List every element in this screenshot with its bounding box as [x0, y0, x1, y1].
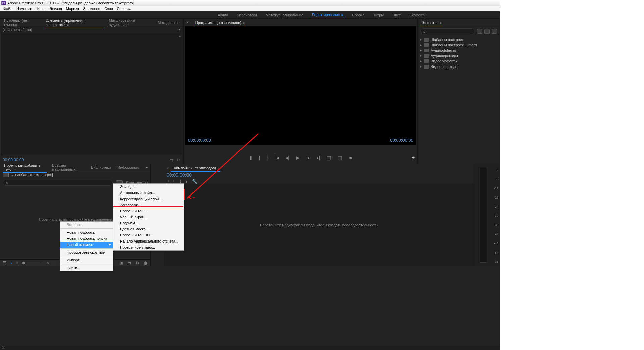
- workspace-titles[interactable]: Титры: [372, 12, 385, 18]
- transfer-icon[interactable]: ⇆: [170, 158, 173, 162]
- tree-item[interactable]: ▸Видеопереходы: [420, 64, 497, 69]
- menu-clip[interactable]: Клип: [35, 7, 48, 11]
- hamburger-icon[interactable]: ≡: [14, 168, 16, 171]
- menu-edit[interactable]: Изменить: [14, 7, 35, 11]
- no-clip-label: (клип не выбран): [3, 28, 32, 32]
- tree-item[interactable]: ▸Аудиопереходы: [420, 53, 497, 58]
- ctx-transparent-video[interactable]: Прозрачное видео...: [113, 244, 184, 250]
- chevron-right-icon: ▸: [420, 38, 422, 41]
- new-item-icon[interactable]: 🗎: [136, 261, 140, 265]
- tree-item[interactable]: ▸Шаблоны настроек: [420, 37, 497, 42]
- tab-info[interactable]: Информация: [116, 164, 142, 170]
- tab-libraries[interactable]: Библиотеки: [90, 164, 112, 170]
- tab-media-browser[interactable]: Браузер медиаданных: [51, 162, 86, 172]
- in-point-icon[interactable]: {: [259, 155, 260, 160]
- menu-marker[interactable]: Маркер: [64, 7, 81, 11]
- menu-sequence[interactable]: Эпизод: [48, 7, 64, 11]
- trash-icon[interactable]: 🗑: [144, 261, 148, 265]
- tab-metadata[interactable]: Метаданные: [156, 19, 181, 26]
- ctx-new-search-bin[interactable]: Новая подборка поиска: [60, 235, 113, 242]
- workspace-effects[interactable]: Эффекты: [408, 12, 428, 18]
- hamburger-icon[interactable]: ≡: [217, 167, 219, 170]
- annotation-highlight: [113, 206, 183, 207]
- ctx-offline-file[interactable]: Автономный файл...: [113, 190, 184, 196]
- ctx-find[interactable]: Найти...: [60, 265, 113, 271]
- ctx-adjustment-layer[interactable]: Корректирующий слой...: [113, 196, 184, 202]
- tab-audio-mixer[interactable]: Микширование аудиоклипа: [108, 17, 153, 28]
- project-search-input[interactable]: [3, 180, 113, 186]
- ctx-new-bin[interactable]: Новая подборка: [60, 229, 113, 235]
- icon-view-icon[interactable]: ▪: [10, 261, 12, 265]
- workspace-assembly[interactable]: Сборка: [351, 12, 366, 18]
- workspace-audio[interactable]: Аудио: [216, 12, 229, 18]
- chevron-right-icon[interactable]: ▸: [179, 27, 181, 32]
- effect-controls-body: ▴: [1, 33, 182, 155]
- list-view-icon[interactable]: ☰: [3, 261, 6, 265]
- play-icon[interactable]: ▶: [296, 155, 300, 160]
- zoom-out-icon[interactable]: ○: [16, 261, 18, 265]
- ctx-black-video[interactable]: Черный экран...: [113, 214, 184, 220]
- ctx-view-hidden[interactable]: Просмотреть скрытые: [60, 249, 113, 255]
- extract-icon[interactable]: ⬚: [338, 155, 342, 160]
- new-bin-icon[interactable]: 🗀: [127, 261, 131, 265]
- menu-help[interactable]: Справка: [115, 7, 133, 11]
- step-back-icon[interactable]: ◂|: [285, 155, 289, 160]
- marker-icon[interactable]: ▮: [249, 155, 252, 160]
- tab-effect-controls[interactable]: Элементы управления эффектами≡: [44, 17, 104, 28]
- workspace-metalogging[interactable]: Метажурналирование: [264, 12, 305, 18]
- ctx-color-matte[interactable]: Цветная маска...: [113, 226, 184, 232]
- menu-file[interactable]: Файл: [1, 7, 14, 11]
- ctx-sequence[interactable]: Эпизод...: [113, 184, 184, 190]
- ctx-import[interactable]: Импорт...: [60, 257, 113, 263]
- close-icon[interactable]: ×: [186, 20, 189, 24]
- program-monitor-panel: × Программа: (нет эпизодов)≡ 00;00;00;00…: [184, 19, 418, 164]
- ctx-bars-tone[interactable]: Полосы и тон...: [113, 208, 184, 214]
- timeline-drop-area[interactable]: Перетащите медиафайлы сюда, чтобы создат…: [164, 184, 475, 266]
- go-to-out-icon[interactable]: ▸|: [317, 155, 320, 160]
- tabs-overflow-icon[interactable]: »: [146, 165, 148, 169]
- workspace-editing[interactable]: Редактирование≡: [311, 12, 344, 18]
- zoom-slider[interactable]: [22, 263, 43, 263]
- filter-32bit-icon[interactable]: [484, 29, 490, 34]
- loop-icon[interactable]: ↻: [177, 158, 180, 162]
- ctx-new-item[interactable]: Новый элемент▶: [60, 242, 113, 248]
- effects-search-input[interactable]: [420, 28, 475, 34]
- tab-timeline[interactable]: Таймлайн: (нет эпизодов)≡: [171, 165, 220, 171]
- menu-title[interactable]: Заголовок: [81, 7, 103, 11]
- go-to-in-icon[interactable]: |◂: [275, 155, 279, 160]
- export-frame-icon[interactable]: ◙: [349, 155, 352, 160]
- hamburger-icon[interactable]: ≡: [243, 21, 245, 25]
- tree-item[interactable]: ▸Видеоэффекты: [420, 58, 497, 64]
- lift-icon[interactable]: ⬚: [327, 155, 331, 160]
- step-forward-icon[interactable]: |▸: [306, 155, 310, 160]
- filter-yuv-icon[interactable]: [492, 29, 497, 34]
- settings-icon[interactable]: 🔧: [192, 179, 197, 184]
- button-editor-icon[interactable]: +: [412, 155, 415, 161]
- workspace-libraries[interactable]: Библиотеки: [235, 12, 258, 18]
- timeline-timecode[interactable]: 00;00;00;00: [164, 172, 475, 178]
- hamburger-icon[interactable]: ≡: [440, 21, 441, 25]
- tab-project[interactable]: Проект: как добавить текст≡: [3, 162, 47, 172]
- filter-accelerated-icon[interactable]: [477, 29, 482, 34]
- tab-program[interactable]: Программа: (нет эпизодов)≡: [194, 19, 246, 26]
- ctx-universal-counting[interactable]: Начало универсального отсчета...: [113, 238, 184, 244]
- ctx-captions[interactable]: Подписи...: [113, 220, 184, 226]
- workspace-color[interactable]: Цвет: [391, 12, 402, 18]
- hamburger-icon[interactable]: ≡: [67, 23, 68, 27]
- timeline-panel: × Таймлайн: (нет эпизодов)≡ 00;00;00;00 …: [164, 164, 475, 266]
- tab-source[interactable]: Источник: (нет клипов): [3, 17, 40, 28]
- out-point-icon[interactable]: }: [267, 155, 269, 160]
- close-icon[interactable]: ×: [167, 166, 169, 170]
- freeform-icon[interactable]: ▣: [120, 261, 123, 265]
- tree-item[interactable]: ▸Аудиоэффекты: [420, 48, 497, 53]
- menu-window[interactable]: Окно: [102, 7, 115, 11]
- marker-tool-icon[interactable]: ▾: [185, 179, 188, 184]
- ctx-hd-bars-tone[interactable]: Полосы и тон HD...: [113, 232, 184, 238]
- tab-effects[interactable]: Эффекты≡: [420, 19, 443, 26]
- chevron-up-icon[interactable]: ▴: [179, 34, 181, 37]
- info-icon[interactable]: ⓘ: [2, 345, 5, 350]
- tree-item[interactable]: ▸Шаблоны настроек Lumetri: [420, 42, 497, 48]
- hamburger-icon[interactable]: ≡: [341, 13, 343, 17]
- zoom-in-icon[interactable]: ○: [47, 261, 49, 265]
- menu-separator: [60, 228, 113, 229]
